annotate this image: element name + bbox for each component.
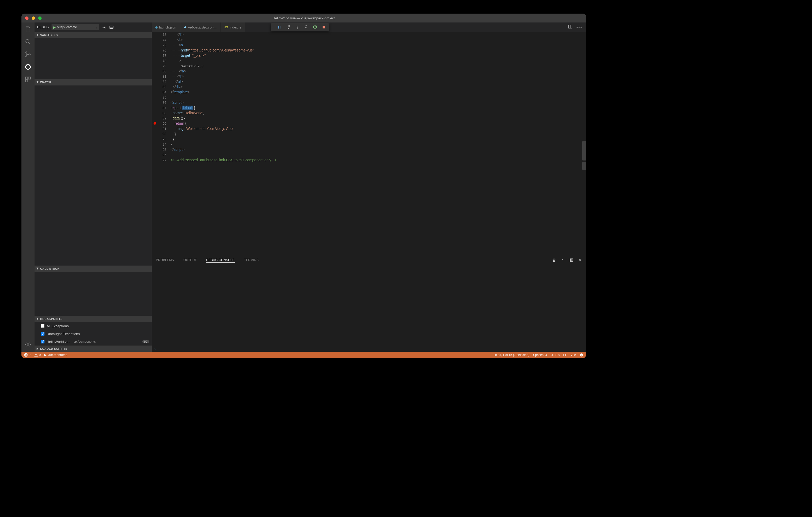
- svg-rect-5: [25, 77, 28, 79]
- minimize-window[interactable]: [32, 17, 35, 20]
- status-encoding[interactable]: UTF-8: [551, 353, 559, 357]
- breakpoint-row[interactable]: HelloWorld.vuesrc/components90: [34, 338, 152, 345]
- breakpoint-dot-icon[interactable]: [153, 122, 156, 125]
- code-line[interactable]: 89··data () {: [152, 116, 586, 121]
- breakpoint-checkbox[interactable]: [41, 324, 45, 328]
- status-debug-launch[interactable]: ▶ vuejs: chrome: [44, 353, 67, 357]
- callstack-section[interactable]: ▶CALL STACK: [34, 266, 152, 272]
- breakpoint-checkbox[interactable]: [41, 332, 45, 336]
- explorer-icon[interactable]: [24, 26, 32, 33]
- watch-section[interactable]: ▶WATCH: [34, 79, 152, 86]
- drag-handle-icon[interactable]: ⠿: [272, 25, 274, 29]
- editor-tab[interactable]: ◆webpack.dev.con…: [180, 23, 221, 32]
- start-debug-icon[interactable]: ▶: [53, 25, 56, 29]
- zoom-window[interactable]: [38, 17, 41, 20]
- breakpoint-label: Uncaught Exceptions: [47, 332, 80, 336]
- debug-toolbar: DEBUG ▶ vuejs: chrome ⌄: [34, 23, 152, 32]
- svg-point-23: [581, 355, 581, 355]
- js-icon: JS: [225, 26, 228, 29]
- split-editor-icon[interactable]: [568, 24, 573, 30]
- status-errors[interactable]: 0: [24, 353, 31, 357]
- collapse-panel-icon[interactable]: [561, 258, 564, 263]
- panel-tab[interactable]: PROBLEMS: [156, 258, 174, 263]
- line-number: 95: [158, 148, 166, 152]
- panel-tabs: PROBLEMSOUTPUTDEBUG CONSOLETERMINAL: [152, 256, 586, 265]
- svg-rect-6: [28, 77, 31, 79]
- code-line[interactable]: 96: [152, 152, 586, 157]
- line-number: 81: [158, 74, 166, 79]
- code-line[interactable]: 77··········target="_blank": [152, 53, 586, 58]
- step-over-icon[interactable]: [285, 24, 292, 31]
- source-control-icon[interactable]: [24, 51, 32, 58]
- code-line[interactable]: 74······<li>: [152, 37, 586, 42]
- debug-console-toggle-icon[interactable]: [109, 25, 114, 30]
- code-line[interactable]: 88··name: 'HelloWorld',: [152, 110, 586, 116]
- panel-tab[interactable]: OUTPUT: [183, 258, 197, 263]
- code-line[interactable]: 82····</ul>: [152, 79, 586, 84]
- panel-tab[interactable]: TERMINAL: [244, 258, 261, 263]
- breakpoint-line: 90: [142, 340, 149, 343]
- status-warnings[interactable]: 0: [34, 353, 41, 357]
- editor-tab[interactable]: ◆launch.json: [152, 23, 180, 32]
- code-line[interactable]: 87export·default {: [152, 105, 586, 110]
- status-spaces[interactable]: Spaces: 4: [533, 353, 547, 357]
- debug-settings-icon[interactable]: [102, 25, 107, 30]
- code-line[interactable]: 90····return {: [152, 121, 586, 126]
- code-line[interactable]: 83··</div>: [152, 84, 586, 89]
- step-into-icon[interactable]: [293, 24, 301, 31]
- editor-region: ◆launch.json◆webpack.dev.con…JSindex.js …: [152, 23, 586, 352]
- clear-console-icon[interactable]: [552, 258, 556, 263]
- code-editor[interactable]: 73······</li>74······<li>75········<a76·…: [152, 32, 586, 255]
- loaded-scripts-section[interactable]: ▶LOADED SCRIPTS: [34, 345, 152, 352]
- breakpoint-row[interactable]: Uncaught Exceptions: [34, 330, 152, 338]
- svg-rect-18: [323, 26, 325, 29]
- code-line[interactable]: 75········<a: [152, 42, 586, 48]
- code-line[interactable]: 91······msg: 'Welcome·to·Your·Vue.js·App…: [152, 126, 586, 131]
- variables-section[interactable]: ▶VARIABLES: [34, 32, 152, 38]
- line-number: 86: [158, 101, 166, 104]
- status-feedback-icon[interactable]: [580, 353, 583, 357]
- breakpoint-row[interactable]: All Exceptions: [34, 322, 152, 330]
- code-line[interactable]: 95</script>: [152, 147, 586, 152]
- code-line[interactable]: 84</template>: [152, 89, 586, 95]
- debug-floating-toolbar[interactable]: ⠿: [271, 23, 329, 31]
- step-out-icon[interactable]: [302, 24, 310, 31]
- settings-gear-icon[interactable]: [24, 341, 32, 348]
- extensions-icon[interactable]: [24, 76, 32, 83]
- code-line[interactable]: 93··}: [152, 136, 586, 142]
- more-actions-icon[interactable]: •••: [576, 25, 582, 30]
- minimap[interactable]: [582, 32, 586, 255]
- search-icon[interactable]: [24, 38, 32, 45]
- code-line[interactable]: 86<script>: [152, 100, 586, 105]
- code-line[interactable]: 79··········awesome-vue: [152, 63, 586, 68]
- close-window[interactable]: [25, 17, 29, 20]
- pause-icon[interactable]: [276, 24, 283, 31]
- editor-tab[interactable]: JSindex.js: [221, 23, 245, 32]
- maximize-panel-icon[interactable]: [569, 258, 573, 263]
- code-line[interactable]: 78········>: [152, 58, 586, 63]
- svg-point-15: [288, 28, 289, 29]
- tab-label: webpack.dev.con…: [187, 25, 217, 29]
- code-line[interactable]: 81······</li>: [152, 74, 586, 79]
- code-line[interactable]: 97<!--·Add·"scoped"·attribute·to·limit·C…: [152, 157, 586, 162]
- debug-label: DEBUG: [37, 25, 49, 29]
- debug-config-select[interactable]: ▶ vuejs: chrome ⌄: [52, 24, 99, 30]
- breakpoint-checkbox[interactable]: [41, 340, 45, 343]
- code-line[interactable]: 94}: [152, 142, 586, 147]
- code-line[interactable]: 76··········href="https://github.com/vue…: [152, 48, 586, 53]
- close-panel-icon[interactable]: [578, 258, 582, 263]
- status-language[interactable]: Vue: [571, 353, 576, 357]
- stop-icon[interactable]: [320, 24, 327, 31]
- panel-tab[interactable]: DEBUG CONSOLE: [206, 258, 235, 263]
- line-number: 88: [158, 111, 166, 115]
- breakpoints-section[interactable]: ▶BREAKPOINTS: [34, 316, 152, 322]
- restart-icon[interactable]: [311, 24, 319, 31]
- code-line[interactable]: 80········</a>: [152, 68, 586, 74]
- debug-console-input[interactable]: ›: [152, 346, 586, 352]
- code-line[interactable]: 85: [152, 95, 586, 100]
- code-line[interactable]: 92····}: [152, 131, 586, 136]
- debug-icon[interactable]: [24, 63, 32, 70]
- status-cursor[interactable]: Ln 87, Col 15 (7 selected): [493, 353, 529, 357]
- status-eol[interactable]: LF: [563, 353, 567, 357]
- code-line[interactable]: 73······</li>: [152, 32, 586, 37]
